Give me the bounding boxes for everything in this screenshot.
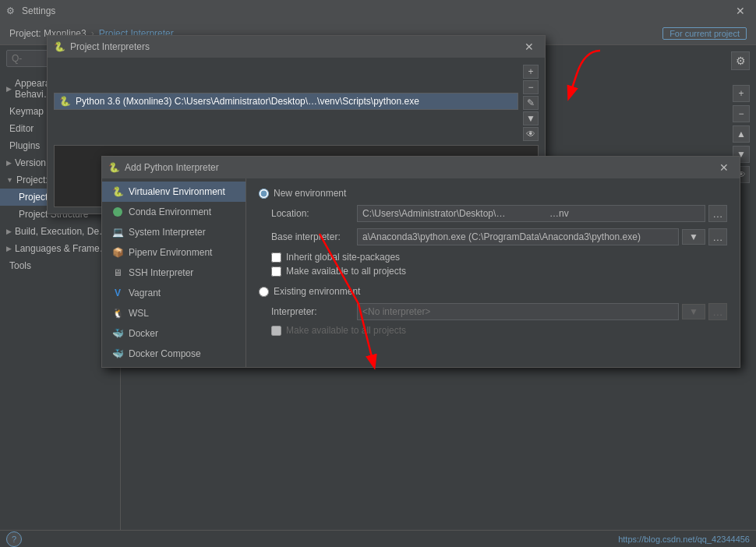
window-close-button[interactable]: ✕ bbox=[731, 3, 750, 19]
api-list-label-wsl: WSL bbox=[129, 308, 149, 319]
pi-title-text: Project Interpreters bbox=[70, 41, 520, 52]
base-interpreter-input[interactable] bbox=[357, 228, 679, 245]
pi-add-button[interactable]: + bbox=[523, 65, 539, 79]
api-list-label-docker-compose: Docker Compose bbox=[129, 348, 201, 359]
api-list-item-virtualenv[interactable]: 🐍 Virtualenv Environment bbox=[102, 182, 246, 202]
gear-button[interactable]: ⚙ bbox=[731, 51, 750, 70]
sidebar-item-label-lang: Languages & Frame… bbox=[15, 243, 109, 254]
inherit-label: Inherit global site-packages bbox=[286, 252, 400, 263]
arrow-icon-lang: ▶ bbox=[6, 245, 12, 252]
inherit-checkbox-row: Inherit global site-packages bbox=[259, 252, 727, 263]
api-title-bar: 🐍 Add Python Interpreter ✕ bbox=[102, 157, 740, 178]
api-list-label-ssh: SSH Interpreter bbox=[129, 267, 193, 278]
base-interpreter-browse[interactable]: … bbox=[708, 228, 727, 245]
interpreter-browse: … bbox=[708, 303, 727, 320]
api-list-item-wsl[interactable]: 🐧 WSL bbox=[102, 303, 246, 323]
make-available-checkbox-row: Make available to all projects bbox=[259, 266, 727, 277]
pi-remove-button[interactable]: − bbox=[523, 80, 539, 94]
api-left-list: 🐍 Virtualenv Environment Conda Environme… bbox=[102, 178, 246, 367]
location-label: Location: bbox=[271, 208, 357, 219]
wsl-icon: 🐧 bbox=[111, 307, 124, 319]
help-button[interactable]: ? bbox=[6, 531, 22, 547]
for-current-project-badge[interactable]: For current project bbox=[662, 27, 747, 40]
settings-icon: ⚙ bbox=[6, 5, 17, 16]
interpreter-label: Interpreter: bbox=[271, 306, 357, 317]
interpreter-input bbox=[357, 303, 679, 320]
arrow-icon-build: ▶ bbox=[6, 228, 12, 235]
existing-environment-label: Existing environment bbox=[274, 286, 360, 297]
status-bar: ? https://blog.csdn.net/qq_42344456 bbox=[0, 530, 756, 547]
location-row: Location: … bbox=[259, 205, 727, 222]
status-url: https://blog.csdn.net/qq_42344456 bbox=[618, 535, 750, 544]
new-environment-section: New environment Location: … Base interpr… bbox=[259, 188, 727, 277]
api-list-item-pipenv[interactable]: 📦 Pipenv Environment bbox=[102, 242, 246, 263]
arrow-icon-project: ▼ bbox=[6, 176, 13, 184]
api-list-item-docker[interactable]: 🐳 Docker bbox=[102, 323, 246, 344]
base-interpreter-row: Base interpreter: ▼ … bbox=[259, 228, 727, 245]
ssh-icon: 🖥 bbox=[111, 266, 124, 279]
pi-edit-button[interactable]: ✎ bbox=[523, 96, 539, 110]
virtualenv-icon: 🐍 bbox=[111, 185, 124, 198]
pi-interpreter-icon: 🐍 bbox=[59, 96, 71, 107]
add-python-interpreter-dialog: 🐍 Add Python Interpreter ✕ 🐍 Virtualenv … bbox=[101, 156, 740, 368]
docker-icon: 🐳 bbox=[111, 327, 124, 340]
pi-interpreter-container: 🐍 Python 3.6 (Mxonline3) C:\Users\Admini… bbox=[54, 64, 539, 142]
pi-eye-button[interactable]: 👁 bbox=[523, 127, 539, 141]
api-list-label-pipenv: Pipenv Environment bbox=[129, 247, 212, 258]
sidebar-item-label-build: Build, Execution, De… bbox=[15, 226, 108, 237]
base-interpreter-label: Base interpreter: bbox=[271, 231, 357, 242]
conda-icon bbox=[111, 206, 124, 218]
inherit-checkbox[interactable] bbox=[271, 252, 281, 263]
pi-filter-button[interactable]: ▼ bbox=[523, 111, 539, 125]
location-input[interactable] bbox=[357, 205, 705, 222]
location-browse-button[interactable]: … bbox=[708, 205, 727, 222]
interpreter-row: Interpreter: ▼ … bbox=[259, 303, 727, 320]
vagrant-icon: V bbox=[111, 287, 124, 299]
api-list-item-conda[interactable]: Conda Environment bbox=[102, 202, 246, 222]
api-title-icon: 🐍 bbox=[108, 162, 120, 173]
api-list-label-docker: Docker bbox=[129, 328, 158, 339]
existing-make-available-label: Make available to all projects bbox=[286, 325, 406, 336]
arrow-icon: ▶ bbox=[6, 85, 12, 93]
settings-window: ⚙ Settings ✕ Project: Mxonline3 › Projec… bbox=[0, 0, 756, 547]
existing-make-available-checkbox bbox=[271, 326, 281, 336]
make-available-checkbox[interactable] bbox=[271, 266, 281, 277]
docker-compose-icon: 🐳 bbox=[111, 348, 124, 360]
api-list-item-vagrant[interactable]: V Vagrant bbox=[102, 283, 246, 303]
right-toolbar-plus[interactable]: + bbox=[733, 85, 750, 102]
api-list-label-conda: Conda Environment bbox=[129, 206, 211, 217]
api-list-label-system: System Interpreter bbox=[129, 227, 206, 238]
pi-title-icon: 🐍 bbox=[54, 41, 65, 52]
new-environment-radio-label[interactable]: New environment bbox=[259, 188, 727, 199]
base-interpreter-dropdown[interactable]: ▼ bbox=[682, 229, 705, 245]
pi-title-bar: 🐍 Project Interpreters ✕ bbox=[48, 36, 545, 58]
new-environment-radio[interactable] bbox=[259, 189, 269, 199]
interpreter-dropdown: ▼ bbox=[682, 304, 705, 319]
api-list-item-ssh[interactable]: 🖥 SSH Interpreter bbox=[102, 263, 246, 283]
api-close-button[interactable]: ✕ bbox=[715, 160, 733, 175]
right-toolbar-up[interactable]: ▲ bbox=[733, 125, 750, 143]
pi-interpreter-text: Python 3.6 (Mxonline3) C:\Users\Administ… bbox=[76, 96, 513, 107]
api-list-label-vagrant: Vagrant bbox=[129, 288, 161, 298]
arrow-icon-vc: ▶ bbox=[6, 159, 12, 167]
pi-close-button[interactable]: ✕ bbox=[520, 39, 539, 55]
window-title: Settings bbox=[22, 5, 731, 16]
api-list-label-virtualenv: Virtualenv Environment bbox=[129, 186, 225, 197]
pipenv-icon: 📦 bbox=[111, 246, 124, 259]
new-environment-label: New environment bbox=[274, 188, 346, 199]
existing-environment-radio[interactable] bbox=[259, 287, 269, 297]
api-list-item-system[interactable]: 💻 System Interpreter bbox=[102, 222, 246, 242]
existing-environment-section: Existing environment Interpreter: ▼ … Ma… bbox=[259, 286, 727, 336]
title-bar: ⚙ Settings ✕ bbox=[0, 0, 756, 22]
right-toolbar-minus[interactable]: − bbox=[733, 105, 750, 122]
api-title-text: Add Python Interpreter bbox=[125, 162, 715, 173]
api-right-config: New environment Location: … Base interpr… bbox=[246, 178, 740, 367]
make-available-label: Make available to all projects bbox=[286, 266, 406, 277]
system-icon: 💻 bbox=[111, 226, 124, 238]
existing-make-available-row: Make available to all projects bbox=[259, 325, 727, 336]
pi-toolbar: + − ✎ ▼ 👁 bbox=[523, 64, 539, 142]
pi-interpreter-row: 🐍 Python 3.6 (Mxonline3) C:\Users\Admini… bbox=[54, 93, 518, 110]
api-list-item-docker-compose[interactable]: 🐳 Docker Compose bbox=[102, 344, 246, 364]
existing-environment-radio-label[interactable]: Existing environment bbox=[259, 286, 727, 297]
api-content: 🐍 Virtualenv Environment Conda Environme… bbox=[102, 178, 740, 367]
